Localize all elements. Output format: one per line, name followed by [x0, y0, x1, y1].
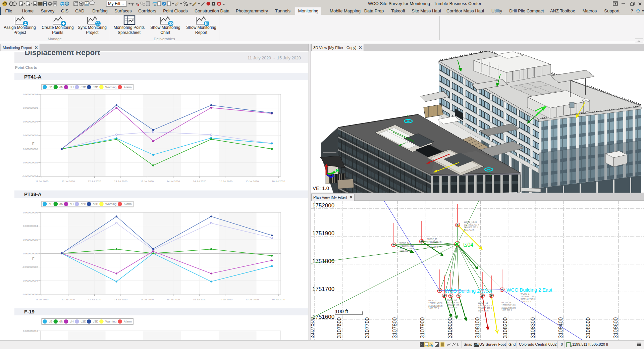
svg-text:1752000: 1752000: [312, 202, 334, 209]
svg-text:3108500: 3108500: [585, 317, 591, 338]
svg-text:dE: dE: [49, 320, 52, 323]
svg-text:-0.000000004: -0.000000004: [22, 279, 38, 282]
svg-text:12 Jul 2020: 12 Jul 2020: [62, 180, 75, 183]
svg-text:3107500: 3107500: [311, 317, 315, 338]
svg-text:11 July 2020 - 15 July 2020: 11 July 2020 - 15 July 2020: [248, 56, 301, 60]
svg-text:d3D: d3D: [93, 86, 99, 89]
svg-text:dN: dN: [59, 320, 63, 323]
svg-text:0.000000006: 0.000000006: [23, 211, 38, 214]
svg-text:Alarm: Alarm: [124, 86, 132, 89]
svg-text:3108600: 3108600: [613, 317, 619, 338]
svg-text:Warning: Warning: [105, 86, 116, 89]
svg-text:0.000000016: 0.000000016: [23, 330, 38, 333]
svg-text:12 Jul 2020: 12 Jul 2020: [88, 298, 101, 301]
svg-text:E: E: [32, 257, 35, 261]
svg-text:ts04: ts04: [463, 242, 473, 248]
svg-text:E: E: [32, 142, 35, 146]
svg-text:-0.000000006: -0.000000006: [22, 293, 38, 296]
svg-text:3107600: 3107600: [336, 317, 342, 338]
svg-text:15 Jul 2020: 15 Jul 2020: [219, 298, 232, 301]
svg-text:13 Jul 2020: 13 Jul 2020: [141, 298, 154, 301]
svg-text:14 Jul 2020: 14 Jul 2020: [167, 298, 180, 301]
svg-text:dE: dE: [49, 86, 52, 89]
svg-text:Displacement Report: Displacement Report: [25, 51, 101, 57]
svg-text:0.000000000: 0.000000000: [23, 148, 38, 151]
svg-text:dE: dE: [49, 202, 52, 206]
svg-text:3108100: 3108100: [475, 317, 480, 338]
svg-text:Point Charts: Point Charts: [15, 65, 37, 69]
svg-text:Alarm: Alarm: [124, 202, 132, 206]
svg-text:14 Jul 2020: 14 Jul 2020: [167, 180, 180, 183]
svg-text:0.000000006: 0.000000006: [23, 106, 38, 109]
svg-text:d2D: d2D: [81, 320, 87, 323]
svg-text:16 Jul 2020: 16 Jul 2020: [272, 298, 285, 301]
svg-text:15 Jul 2020: 15 Jul 2020: [246, 180, 259, 183]
svg-text:dN: dN: [59, 202, 63, 206]
svg-text:3108300: 3108300: [530, 317, 536, 338]
svg-text:16 Jul 2020: 16 Jul 2020: [272, 180, 285, 183]
svg-text:0.000000004: 0.000000004: [23, 120, 38, 123]
svg-text:PT41-A: PT41-A: [24, 74, 42, 80]
svg-text:14 Jul 2020: 14 Jul 2020: [193, 180, 206, 183]
svg-text:-0.000000002: -0.000000002: [22, 265, 38, 268]
svg-text:0.000000000: 0.000000000: [23, 252, 38, 255]
svg-text:3108000: 3108000: [447, 317, 453, 338]
svg-text:1751600: 1751600: [312, 314, 334, 320]
svg-text:WCO Building 2 East: WCO Building 2 East: [506, 287, 552, 293]
svg-text:14 Jul 2020: 14 Jul 2020: [193, 298, 206, 301]
svg-text:3107800: 3107800: [392, 317, 397, 338]
svg-text:100 ft: 100 ft: [335, 308, 348, 314]
svg-text:PT38-A: PT38-A: [24, 191, 42, 197]
svg-text:1751700: 1751700: [312, 286, 334, 292]
svg-text:13 Jul 2020: 13 Jul 2020: [114, 180, 127, 183]
svg-text:-0.000000002: -0.000000002: [22, 161, 38, 164]
svg-text:12 Jul 2020: 12 Jul 2020: [88, 180, 101, 183]
svg-text:11 Jul 2020: 11 Jul 2020: [36, 298, 49, 301]
svg-text:Warning: Warning: [105, 320, 116, 323]
svg-text:Warning: Warning: [105, 202, 116, 206]
svg-text:3108400: 3108400: [558, 317, 564, 338]
svg-text:F-19: F-19: [24, 309, 35, 314]
svg-text:12 Jul 2020: 12 Jul 2020: [62, 298, 75, 301]
svg-text:3107900: 3107900: [420, 317, 425, 338]
svg-text:E: E: [332, 173, 335, 178]
svg-text:dH: dH: [70, 320, 74, 323]
svg-text:dH: dH: [70, 86, 74, 89]
svg-text:1751900: 1751900: [312, 230, 334, 237]
svg-text:d3D: d3D: [93, 202, 99, 206]
svg-text:0.000000002: 0.000000002: [23, 134, 38, 137]
svg-text:d2D: d2D: [81, 202, 87, 206]
svg-text:My Filt...: My Filt...: [108, 1, 124, 6]
svg-text:11 Jul 2020: 11 Jul 2020: [36, 180, 49, 183]
svg-text:N: N: [336, 168, 339, 173]
svg-text:d2D: d2D: [81, 86, 87, 89]
svg-text:dN: dN: [59, 86, 63, 89]
svg-text:3107700: 3107700: [364, 317, 370, 338]
svg-text:d3D: d3D: [93, 320, 99, 323]
svg-text:15 Jul 2020: 15 Jul 2020: [246, 298, 259, 301]
svg-text:dH: dH: [70, 202, 74, 206]
svg-text:15 Jul 2020: 15 Jul 2020: [219, 180, 232, 183]
svg-text:13 Jul 2020: 13 Jul 2020: [141, 180, 154, 183]
svg-text:1751800: 1751800: [312, 258, 334, 264]
svg-text:Alarm: Alarm: [124, 320, 132, 323]
svg-text:3108200: 3108200: [502, 317, 508, 338]
svg-text:0.000000008: 0.000000008: [23, 93, 38, 96]
svg-text:0.000000004: 0.000000004: [23, 225, 38, 228]
svg-text:WCO Building 2 West: WCO Building 2 West: [445, 288, 492, 294]
svg-text:13 Jul 2020: 13 Jul 2020: [114, 298, 127, 301]
svg-text:-0.000000004: -0.000000004: [22, 175, 38, 178]
svg-text:0.000000002: 0.000000002: [23, 238, 38, 241]
